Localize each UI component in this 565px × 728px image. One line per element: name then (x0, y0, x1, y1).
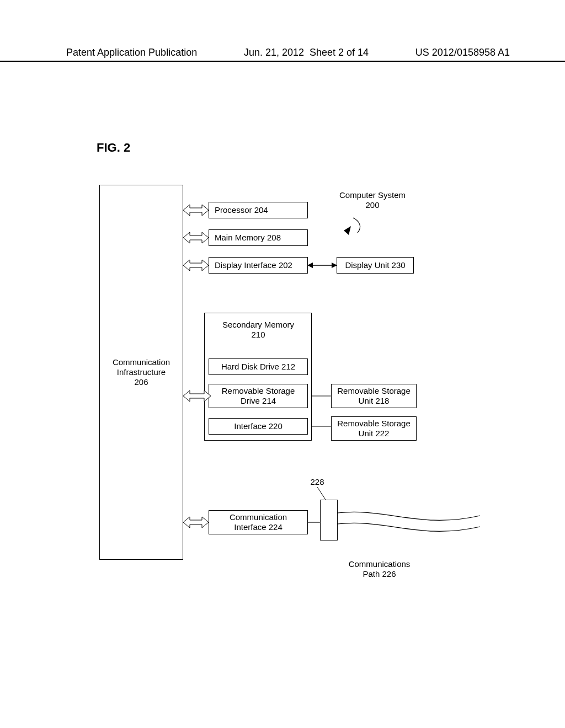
removable-drive-label: Removable Storage Drive 214 (222, 386, 295, 406)
svg-marker-1 (183, 232, 209, 243)
comm-path-box: Communications Path 226 (337, 557, 422, 581)
svg-marker-4 (183, 517, 209, 528)
comm-interface-box: Communication Interface 224 (209, 510, 308, 534)
removable-unit-222-box: Removable Storage Unit 222 (331, 416, 417, 441)
svg-line-8 (317, 487, 326, 500)
hard-disk-box: Hard Disk Drive 212 (209, 358, 308, 375)
removable-drive-box: Removable Storage Drive 214 (209, 384, 308, 408)
comm-infrastructure-box: Communication Infrastructure 206 (99, 185, 183, 560)
display-unit-box: Display Unit 230 (337, 257, 414, 274)
display-unit-label: Display Unit 230 (345, 260, 405, 270)
comm-infrastructure-label: Communication Infrastructure 206 (113, 357, 170, 387)
display-interface-label: Display Interface 202 (215, 260, 292, 270)
interface-box: Interface 220 (209, 418, 308, 435)
processor-label: Processor 204 (215, 205, 268, 215)
header-right: US 2012/0158958 A1 (415, 47, 510, 58)
hard-disk-label: Hard Disk Drive 212 (221, 362, 295, 372)
display-interface-box: Display Interface 202 (209, 257, 308, 274)
secondary-memory-label: Secondary Memory 210 (209, 320, 308, 340)
ref-228-label: 228 (306, 477, 328, 487)
svg-marker-0 (183, 205, 209, 216)
comm-path-label: Communications Path 226 (349, 559, 411, 579)
header-left: Patent Application Publication (66, 47, 197, 58)
removable-unit-218-box: Removable Storage Unit 218 (331, 384, 417, 408)
ref-228-box (320, 500, 338, 540)
svg-marker-2 (183, 260, 209, 271)
processor-box: Processor 204 (209, 202, 308, 218)
interface-label: Interface 220 (234, 421, 282, 431)
main-memory-label: Main Memory 208 (215, 233, 281, 243)
page-header: Patent Application Publication Jun. 21, … (0, 47, 565, 62)
removable-unit-222-label: Removable Storage Unit 222 (337, 419, 411, 438)
comm-interface-label: Communication Interface 224 (230, 512, 287, 532)
main-memory-box: Main Memory 208 (209, 229, 308, 246)
figure-label: FIG. 2 (97, 141, 130, 155)
removable-unit-218-label: Removable Storage Unit 218 (337, 386, 411, 406)
computer-system-label: Computer System 200 (331, 190, 414, 210)
header-center: Jun. 21, 2012 Sheet 2 of 14 (244, 47, 369, 58)
svg-marker-10 (344, 226, 351, 235)
